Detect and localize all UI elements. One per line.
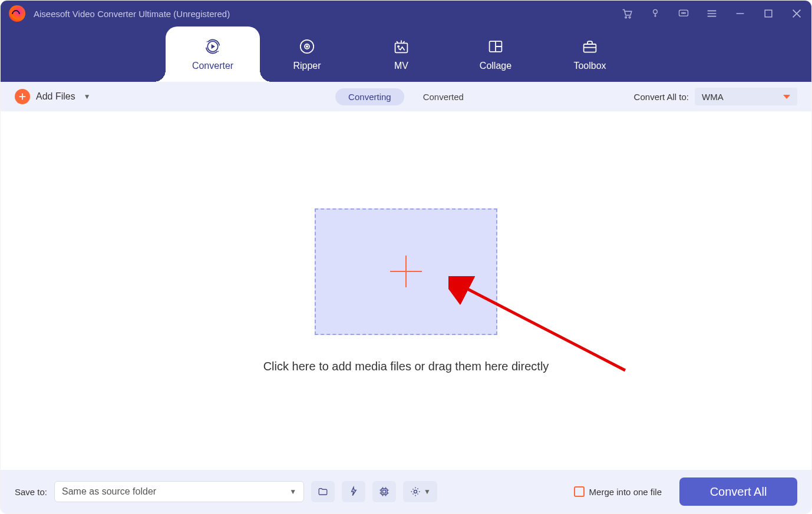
svg-point-2 [653,9,658,14]
app-window: Aiseesoft Video Converter Ultimate (Unre… [0,0,812,514]
tab-label: MV [394,61,408,71]
save-to-label: Save to: [15,487,47,497]
dropzone[interactable] [315,208,497,335]
tab-converting[interactable]: Converting [335,88,404,105]
svg-marker-15 [212,44,215,49]
plus-icon [390,256,422,287]
tab-mv[interactable]: MV [354,26,448,82]
titlebar: Aiseesoft Video Converter Ultimate (Unre… [1,1,811,26]
tab-collage[interactable]: Collage [448,26,543,82]
convert-all-to: Convert All to: WMA [634,88,797,105]
menu-icon[interactable] [705,7,718,20]
cart-icon[interactable] [620,7,633,20]
checkbox-icon [574,486,585,497]
format-value: WMA [702,92,724,102]
close-icon[interactable] [790,7,803,20]
tab-label: Converter [192,61,233,71]
chevron-down-icon: ▼ [84,92,91,101]
converter-icon [203,37,222,56]
feedback-icon[interactable] [677,7,690,20]
convert-all-to-label: Convert All to: [634,92,689,102]
merge-checkbox[interactable]: Merge into one file [574,486,662,497]
tab-label: Collage [480,61,511,71]
open-folder-button[interactable] [311,481,335,502]
tab-converted[interactable]: Converted [410,88,477,105]
add-files-button[interactable]: Add Files ▼ [15,89,91,104]
svg-point-6 [685,13,685,14]
save-path-select[interactable]: Same as source folder ▼ [54,481,304,502]
status-segment: Converting Converted [335,88,477,105]
svg-point-20 [398,46,399,47]
chevron-down-icon: ▼ [289,488,296,496]
svg-point-18 [306,46,308,47]
collage-icon [486,37,505,56]
tab-toolbox[interactable]: Toolbox [543,26,637,82]
main-area: Click here to add media files or drag th… [1,111,811,470]
tab-label: Toolbox [573,61,606,71]
tab-ripper[interactable]: Ripper [260,26,354,82]
add-files-label: Add Files [36,91,75,102]
tab-converter[interactable]: Converter [166,26,260,82]
app-logo-icon [9,5,25,22]
plus-circle-icon [15,89,30,104]
toolbar: Add Files ▼ Converting Converted Convert… [1,82,811,111]
footer: Save to: Same as source folder ▼ ▼ Merge… [1,470,811,513]
maximize-icon[interactable] [762,7,775,20]
high-speed-off-button[interactable] [342,481,365,502]
app-title: Aiseesoft Video Converter Ultimate (Unre… [34,9,230,19]
dropdown-arrow-icon [783,95,790,99]
key-icon[interactable] [649,7,662,20]
svg-point-40 [414,490,417,493]
gpu-off-button[interactable] [372,481,396,502]
tab-label: Ripper [293,61,321,71]
window-controls [620,7,803,20]
save-path-value: Same as source folder [62,486,156,497]
chevron-down-icon: ▼ [424,488,431,496]
ripper-icon [298,37,316,56]
svg-point-5 [683,13,684,14]
merge-label: Merge into one file [589,487,662,497]
svg-point-1 [629,16,631,18]
svg-rect-11 [765,10,772,17]
svg-rect-24 [584,44,596,52]
minimize-icon[interactable] [734,7,747,20]
svg-point-4 [682,13,682,14]
svg-point-0 [625,16,627,18]
header: Aiseesoft Video Converter Ultimate (Unre… [1,1,811,82]
convert-all-button[interactable]: Convert All [679,477,797,506]
dropzone-hint: Click here to add media files or drag th… [263,360,549,373]
nav-tabs: Converter Ripper MV Collage Toolbox [1,26,811,82]
settings-button[interactable]: ▼ [403,481,437,502]
format-select[interactable]: WMA [695,88,797,105]
mv-icon [392,37,411,56]
svg-rect-31 [383,490,386,493]
toolbox-icon [580,37,599,56]
svg-rect-30 [381,489,387,495]
